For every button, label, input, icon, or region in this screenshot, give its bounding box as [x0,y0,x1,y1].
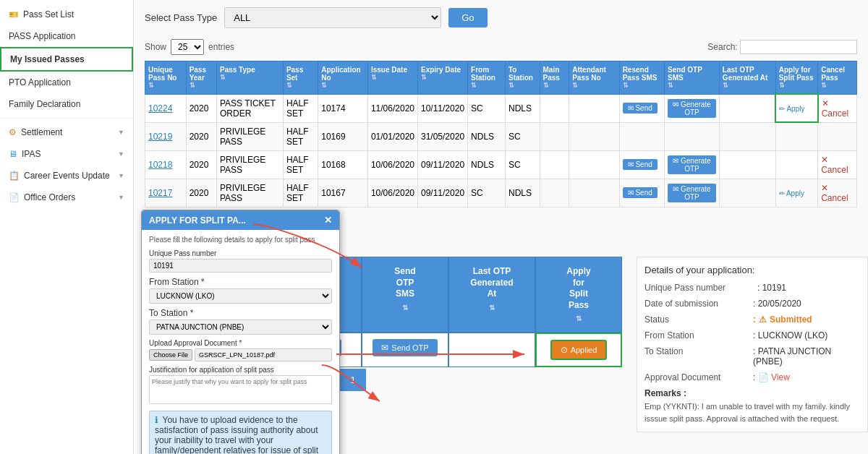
from-cell: NDLS [468,122,506,150]
unique-pass-input[interactable] [149,259,332,273]
entries-label: entries [208,42,234,52]
apply-split-button[interactable]: ✏ Apply [779,189,804,197]
resend-cell [619,122,664,150]
to-cell: SC [506,150,540,179]
expiry-cell: 31/05/2020 [418,122,468,150]
to-cell: NDLS [506,179,540,207]
issue-cell: 10/06/2020 [367,179,417,207]
last-otp-cell [719,122,775,150]
search-label: Search: [707,42,737,52]
detail-value-approval: : 📄 View [753,372,790,382]
search-input[interactable] [740,40,857,54]
upload-group: Upload Approval Document * Choose File [149,339,332,361]
from-cell: NDLS [468,150,506,179]
pass-no-link[interactable]: 10219 [148,132,172,142]
send-button[interactable]: ✉ Send [623,103,658,113]
expiry-cell: 09/11/2020 [418,179,468,207]
main-cell [540,150,569,179]
apply-split-button[interactable]: ✏ Apply [779,105,804,113]
detail-label-to: To Station [644,346,753,356]
sidebar-group-office-orders[interactable]: 📄 Office Orders ▼ [0,187,133,208]
view-link[interactable]: 📄 View [758,372,790,382]
year-cell: 2020 [186,179,216,207]
col-pass-year: Pass Year⇅ [186,61,216,95]
apply-split-cell [775,122,818,150]
detail-date: Date of submission : 20/05/2020 [644,299,860,309]
cancel-link[interactable]: ✕ Cancel [821,183,848,203]
detail-approval: Approval Document : 📄 View [644,372,860,382]
pass-type-label: Select Pass Type [145,12,217,23]
split-pass-modal: APPLY FOR SPLIT PA... ✕ Please fill the … [141,210,340,454]
detail-to: To Station : PATNA JUNCTION (PNBE) [644,346,860,367]
generate-otp-button[interactable]: ✉ Generate OTP [668,155,716,174]
apply-split-cell [775,150,818,179]
ipas-icon: 🖥 [9,149,17,159]
from-cell: SC [468,94,506,122]
year-cell: 2020 [186,150,216,179]
pass-no-link[interactable]: 10217 [148,188,172,198]
sidebar-item-my-issued-passes[interactable]: My Issued Passes [0,47,133,72]
from-station-group: From Station * LUCKNOW (LKO) [149,277,332,304]
send-otp-button[interactable]: ✉ Send OTP [373,339,437,356]
cancel-cell: ✕ Cancel [818,94,857,122]
otp-sms-cell: ✉ Generate OTP [665,179,720,207]
remarks-label: Remarks : [644,388,686,398]
justification-textarea[interactable] [149,375,332,404]
pass-type-select[interactable]: ALL PRIVILEGE PASS PASS TICKET ORDER [224,7,441,28]
from-station-label: From Station * [149,277,332,287]
sidebar-item-pto-application[interactable]: PTO Application [0,72,133,93]
attendant-cell [569,94,619,122]
file-name-input [195,348,332,361]
from-station-select[interactable]: LUCKNOW (LKO) [149,288,332,304]
app-no-cell: 10168 [318,150,368,179]
modal-close-button[interactable]: ✕ [324,215,332,226]
set-cell: HALF SET [283,150,318,179]
go-button[interactable]: Go [448,8,487,27]
remarks-text: Emp (YYKNTI): I am unable to travel with… [644,401,860,424]
send-button[interactable]: ✉ Send [623,187,658,198]
modal-body: Please fill the following details to app… [142,230,339,454]
pass-no-link[interactable]: 10224 [148,103,172,113]
chevron-down-icon: ▼ [118,150,124,158]
col-main: Main Pass⇅ [540,61,569,95]
col-to: To Station⇅ [506,61,540,95]
entries-select[interactable]: 251050 [171,39,204,55]
sidebar-group-career-events[interactable]: 📋 Career Events Update ▼ [0,165,133,187]
remarks-section: Remarks : Emp (YYKNTI): I am unable to t… [644,388,860,424]
sidebar-group-ipas[interactable]: 🖥 IPAS ▼ [0,143,133,165]
pass-no-cell: 10219 [145,122,187,150]
detail-label-approval: Approval Document [644,372,753,382]
col-resend: Resend Pass SMS⇅ [619,61,664,95]
col-from: From Station⇅ [468,61,506,95]
settlement-icon: ⚙ [9,127,17,137]
generate-otp-button[interactable]: ✉ Generate OTP [668,184,716,202]
filter-bar: Select Pass Type ALL PRIVILEGE PASS PASS… [145,7,857,28]
col-issue-date: Issue Date⇅ [367,61,417,95]
cancel-link[interactable]: ✕ Cancel [822,98,848,119]
sidebar-item-pass-set-list[interactable]: 🎫 Pass Set List [0,4,133,25]
modal-header: APPLY FOR SPLIT PA... ✕ [142,210,339,230]
type-cell: PRIVILEGE PASS [216,150,283,179]
apply-split-cell: ✏ Apply [775,94,818,122]
cancel-link[interactable]: ✕ Cancel [821,155,848,175]
last-otp-cell [719,150,775,179]
pass-no-link[interactable]: 10218 [148,160,172,170]
sidebar-group-settlement[interactable]: ⚙ Settlement ▼ [0,121,133,143]
passes-table: Unique Pass No⇅ Pass Year⇅ Pass Type⇅ Pa… [145,61,857,207]
choose-file-button[interactable]: Choose File [149,349,192,361]
sidebar-item-family-declaration[interactable]: Family Declaration [0,93,133,115]
sidebar-item-pass-application[interactable]: PASS Application [0,25,133,47]
col-pass-type: Pass Type⇅ [216,61,283,95]
otp-sms-cell: ✉ Generate OTP [665,150,720,179]
show-label: Show [145,42,166,52]
main-cell [540,122,569,150]
upload-label: Upload Approval Document * [149,339,332,347]
send-button[interactable]: ✉ Send [623,159,658,170]
table-row: 10219 2020 PRIVILEGE PASS HALF SET 10169… [145,122,857,150]
box-last-otp: Last OTPGeneratedAt ⇅ [448,257,535,333]
type-cell: PASS TICKET ORDER [216,94,283,122]
generate-otp-button[interactable]: ✉ Generate OTP [668,99,716,118]
to-station-select[interactable]: PATNA JUNCTION (PNBE) [149,320,332,335]
expiry-cell: 10/11/2020 [418,94,468,122]
col-pass-no: Unique Pass No⇅ [145,61,187,95]
